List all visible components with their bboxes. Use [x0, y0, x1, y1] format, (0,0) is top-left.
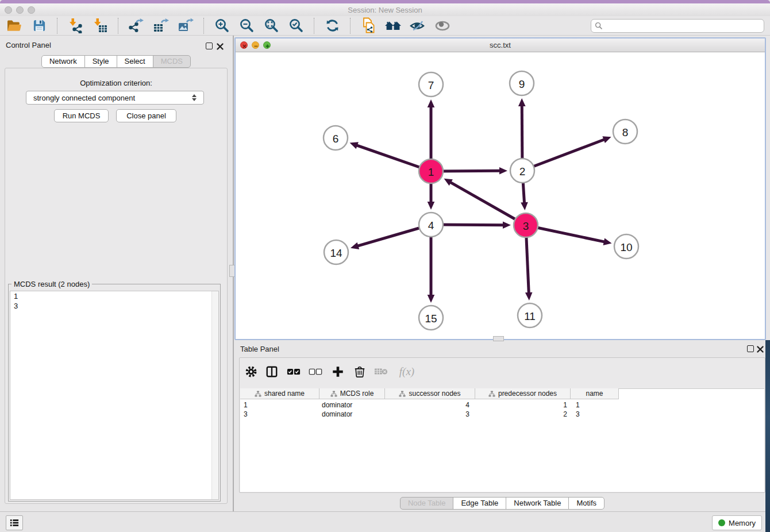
run-mcds-button[interactable]: Run MCDS	[54, 109, 109, 122]
svg-text:7: 7	[428, 79, 434, 91]
hierarchy-icon	[330, 391, 337, 397]
hide-panels-icon[interactable]	[409, 17, 426, 34]
tab-network-table[interactable]: Network Table	[506, 497, 569, 510]
cell-mcds-role[interactable]: dominator	[322, 410, 382, 419]
graph-node-9[interactable]: 9	[510, 71, 534, 95]
task-history-button[interactable]	[6, 515, 23, 530]
svg-text:3: 3	[523, 220, 529, 232]
tab-style[interactable]: Style	[84, 55, 117, 68]
function-builder-icon: f(x)	[394, 363, 419, 380]
graph-node-10[interactable]: 10	[614, 234, 638, 259]
mcds-result-list[interactable]: 1 3	[10, 291, 219, 500]
export-network-icon[interactable]	[128, 17, 145, 34]
tab-node-table[interactable]: Node Table	[400, 497, 454, 510]
list-icon	[9, 518, 20, 527]
tab-mcds[interactable]: MCDS	[153, 55, 191, 68]
search-box[interactable]	[591, 19, 764, 33]
table-settings-icon[interactable]	[242, 363, 260, 380]
horizontal-splitter-grip[interactable]	[493, 336, 504, 341]
memory-label: Memory	[729, 519, 756, 527]
graph-node-3[interactable]: 3	[514, 213, 538, 237]
go-home-icon[interactable]	[384, 17, 402, 34]
cell-name[interactable]: 1	[576, 401, 616, 410]
column-header-shared-name[interactable]: shared name	[240, 388, 319, 399]
graph-edge-1-6[interactable]	[350, 142, 431, 171]
graph-node-4[interactable]: 4	[419, 213, 443, 237]
column-header-predecessor-nodes[interactable]: predecessor nodes	[475, 388, 571, 399]
import-table-icon[interactable]	[91, 17, 109, 34]
delete-table-icon	[372, 363, 390, 380]
graph-node-11[interactable]: 11	[518, 303, 542, 327]
hierarchy-icon	[255, 391, 261, 397]
column-header-successor-nodes[interactable]: successor nodes	[385, 388, 475, 399]
control-panel-close-icon[interactable]	[217, 42, 224, 49]
graph-node-6[interactable]: 6	[324, 126, 348, 150]
status-bar	[0, 511, 770, 532]
graph-edge-3-10[interactable]	[526, 225, 612, 245]
cell-successor-nodes[interactable]: 3	[402, 410, 469, 419]
graph-node-14[interactable]: 14	[324, 240, 348, 264]
search-input[interactable]	[603, 21, 760, 30]
window-title: Session: New Session	[0, 6, 770, 14]
export-image-icon[interactable]	[177, 17, 194, 34]
result-scrollbar[interactable]	[211, 291, 218, 499]
svg-text:8: 8	[622, 126, 629, 138]
control-panel-tabs: Network Style Select MCDS	[5, 55, 228, 68]
refresh-layout-icon[interactable]	[324, 17, 341, 34]
memory-button[interactable]: Memory	[712, 515, 762, 530]
hierarchy-icon	[488, 391, 495, 397]
table-panel-float-icon[interactable]	[747, 345, 754, 352]
export-table-icon[interactable]	[152, 17, 170, 34]
table-panel-close-icon[interactable]	[757, 345, 764, 352]
zoom-selected-icon[interactable]	[287, 17, 305, 34]
toolbar-separator	[203, 18, 204, 34]
tab-select[interactable]: Select	[117, 55, 153, 68]
graph-edge-2-8[interactable]	[522, 136, 611, 171]
graph-node-8[interactable]: 8	[613, 119, 637, 144]
control-panel-float-icon[interactable]	[206, 43, 213, 49]
zoom-in-icon[interactable]	[213, 17, 230, 34]
main-toolbar	[0, 16, 770, 36]
graph-edge-3-1[interactable]	[444, 179, 526, 225]
cell-shared-name[interactable]: 3	[244, 410, 313, 419]
show-panels-icon[interactable]	[434, 17, 451, 34]
split-columns-icon[interactable]	[263, 363, 281, 380]
svg-text:9: 9	[519, 78, 525, 90]
tab-network[interactable]: Network	[41, 55, 85, 68]
mcds-result-item: 3	[10, 301, 218, 311]
graph-node-15[interactable]: 15	[419, 306, 443, 330]
network-window-title: scc.txt	[236, 41, 765, 49]
close-panel-button[interactable]: Close panel	[116, 109, 176, 122]
tab-edge-table[interactable]: Edge Table	[453, 497, 506, 510]
graph-node-7[interactable]: 7	[419, 72, 443, 97]
column-header-name[interactable]: name	[571, 388, 619, 399]
cell-mcds-role[interactable]: dominator	[322, 401, 382, 410]
graph-node-2[interactable]: 2	[510, 159, 534, 183]
zoom-out-icon[interactable]	[238, 17, 255, 34]
add-column-icon[interactable]	[329, 363, 347, 380]
select-all-columns-icon[interactable]	[284, 363, 303, 380]
table-panel-title: Table Panel	[240, 345, 279, 353]
import-network-icon[interactable]	[67, 17, 84, 34]
deselect-all-columns-icon[interactable]	[306, 363, 325, 380]
cell-predecessor-nodes[interactable]: 1	[500, 401, 567, 410]
criterion-select[interactable]: strongly connected component	[26, 91, 204, 105]
column-header-mcds-role[interactable]: MCDS role	[319, 388, 385, 399]
search-icon	[595, 22, 603, 30]
svg-text:6: 6	[333, 133, 339, 145]
cell-predecessor-nodes[interactable]: 2	[500, 410, 567, 419]
network-window-titlebar[interactable]: scc.txt	[236, 38, 765, 52]
zoom-fit-icon[interactable]	[263, 17, 280, 34]
save-session-icon[interactable]	[30, 17, 48, 34]
open-session-icon[interactable]	[6, 17, 23, 34]
svg-text:10: 10	[620, 241, 632, 253]
graph-node-1[interactable]: 1	[419, 159, 443, 183]
network-canvas[interactable]: 7968124314101511	[236, 52, 765, 339]
cell-name[interactable]: 3	[576, 410, 616, 419]
tab-motifs[interactable]: Motifs	[568, 497, 605, 510]
toolbar-separator	[314, 18, 314, 34]
cell-shared-name[interactable]: 1	[244, 401, 313, 410]
cell-successor-nodes[interactable]: 4	[402, 401, 469, 410]
copy-network-icon[interactable]	[360, 17, 377, 34]
delete-column-icon[interactable]	[351, 363, 369, 380]
